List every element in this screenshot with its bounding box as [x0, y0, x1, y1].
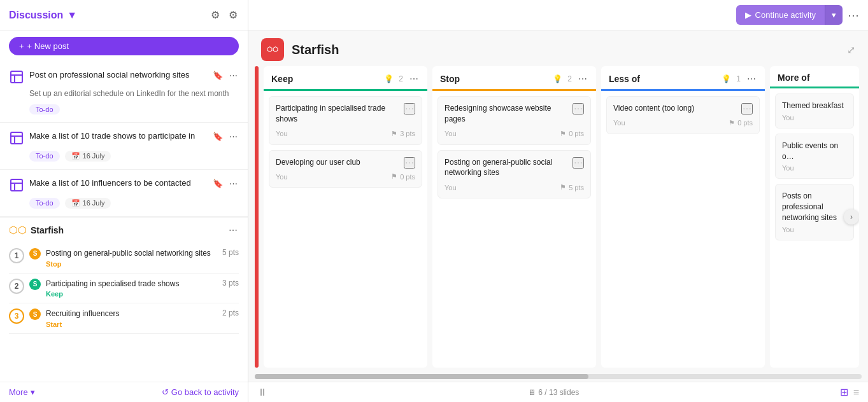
rank-content: Recruiting influencers Start — [46, 308, 217, 328]
tag-todo: To-do — [29, 151, 60, 162]
tag-todo: To-do — [29, 198, 60, 209]
svg-rect-6 — [11, 179, 22, 191]
columns-area: Keep 💡 2 ⋯ Participating in specialised … — [248, 66, 868, 374]
more-button[interactable]: More ▾ — [9, 387, 35, 397]
svg-rect-3 — [11, 132, 22, 144]
card[interactable]: Posting on general-public social network… — [438, 150, 591, 199]
card-author: You — [445, 130, 457, 137]
column-more-icon[interactable]: ⋯ — [577, 73, 588, 85]
card-more-icon[interactable]: ⋯ — [573, 103, 584, 114]
rank-name: Participating in specialised trade shows — [46, 279, 217, 289]
column-keep: Keep 💡 2 ⋯ Participating in specialised … — [264, 66, 427, 368]
chevron-down-icon: ▾ — [832, 10, 836, 20]
starfish-more-icon[interactable]: ⋯ — [227, 224, 239, 237]
card-pts: ⚑ 5 pts — [560, 183, 584, 191]
back-to-activity-button[interactable]: ↺ Go back to activity — [162, 387, 239, 397]
card-more-icon[interactable]: ⋯ — [741, 103, 753, 114]
board-title-row: ⬡⬡ Starfish ⤢ — [248, 31, 868, 66]
discussion-label: Discussion — [9, 10, 63, 21]
column-title: Stop — [440, 74, 460, 84]
date-label: 16 July — [83, 152, 105, 160]
card-title: Posts on professional networking sites — [782, 191, 847, 223]
count: 2 — [567, 74, 572, 83]
card-pts: ⚑ 0 pts — [729, 119, 753, 127]
card-header: Video content (too long) ⋯ — [613, 103, 753, 119]
tag-date: 📅 16 July — [65, 198, 111, 209]
card-title: Posting on general-public social network… — [445, 157, 573, 179]
bookmark-icon[interactable]: 🔖 — [211, 69, 224, 81]
more-icon[interactable]: ⋯ — [228, 177, 239, 190]
date-label: 16 July — [83, 199, 105, 207]
starfish-icon: ⬡⬡ — [9, 224, 27, 236]
dropdown-arrow-icon: ▼ — [67, 10, 77, 21]
lightbulb-icon: 💡 — [384, 74, 394, 83]
expand-icon[interactable]: ⤢ — [847, 44, 855, 56]
column-header-moreof: More of — [770, 66, 859, 88]
card-pts: ⚑ 0 pts — [560, 130, 584, 138]
rank-pts: 2 pts — [222, 308, 239, 317]
new-post-button[interactable]: + + New post — [9, 37, 239, 55]
card-author: You — [782, 226, 847, 233]
bookmark-icon[interactable]: 🔖 — [211, 130, 224, 142]
rank-number: 3 — [9, 308, 24, 324]
flag-icon: ⚑ — [560, 130, 566, 138]
filter-icon[interactable]: ⚙ — [210, 8, 221, 22]
card-author: You — [276, 130, 288, 137]
board-logo: ⬡⬡ — [261, 38, 284, 61]
header-more-button[interactable]: ⋯ — [848, 8, 859, 22]
post-title: Post on professional social networking s… — [29, 69, 206, 81]
card-author: You — [276, 173, 288, 181]
pts-value: 0 pts — [569, 130, 584, 137]
left-panel: Discussion ▼ ⚙ ⚙ + + New post Post on pr… — [0, 0, 248, 402]
rank-item: 1 S Posting on general-public social net… — [9, 243, 239, 274]
card[interactable]: Themed breakfast You — [775, 94, 854, 128]
more-icon[interactable]: ⋯ — [228, 130, 239, 142]
column-title: More of — [778, 73, 810, 83]
continue-activity-button[interactable]: ▶ Continue activity — [736, 5, 825, 25]
rank-label: Keep — [46, 290, 63, 298]
rank-pts: 5 pts — [222, 248, 239, 257]
card-title: Public events on o… — [782, 141, 847, 162]
slides-icon: 🖥 — [528, 388, 536, 397]
card-more-icon[interactable]: ⋯ — [573, 157, 584, 169]
bookmark-icon[interactable]: 🔖 — [211, 177, 224, 190]
starfish-header: ⬡⬡ Starfish ⋯ — [9, 224, 239, 237]
rank-label: Stop — [46, 260, 61, 268]
rank-name: Recruiting influencers — [46, 308, 217, 319]
plus-icon: + — [19, 41, 24, 51]
continue-dropdown-button[interactable]: ▾ — [825, 5, 843, 25]
post-header: Make a list of 10 influencers to be cont… — [9, 177, 239, 193]
card-more-icon[interactable]: ⋯ — [404, 157, 415, 169]
more-icon[interactable]: ⋯ — [228, 69, 239, 81]
card[interactable]: Developing our user club ⋯ You ⚑ 0 pts — [269, 150, 422, 188]
grid-view-button[interactable]: ⊞ — [840, 386, 848, 398]
column-more-icon[interactable]: ⋯ — [408, 73, 420, 85]
card[interactable]: Participating in specialised trade shows… — [269, 96, 422, 145]
starfish-title: Starfish — [31, 225, 224, 235]
more-label: More — [9, 387, 28, 397]
scroll-right-icon[interactable]: › — [844, 209, 859, 225]
column-more-icon[interactable]: ⋯ — [746, 73, 757, 85]
column-header-lessof: Less of 💡 1 ⋯ — [601, 66, 765, 91]
column-title: Less of — [609, 74, 640, 84]
settings-icon[interactable]: ⚙ — [227, 8, 239, 22]
pause-button[interactable]: ⏸ — [257, 387, 267, 398]
board-footer: ⏸ 🖥 6 / 13 slides ⊞ ≡ — [248, 382, 868, 402]
column-meta: 💡 2 ⋯ — [553, 73, 588, 85]
card[interactable]: Redesigning showcase website pages ⋯ You… — [438, 96, 591, 145]
scrollbar[interactable] — [255, 374, 862, 379]
card-footer: You ⚑ 0 pts — [613, 119, 753, 127]
card[interactable]: Public events on o… You — [775, 134, 854, 179]
post-tags: To-do 📅 16 July — [29, 151, 239, 162]
right-panel: ▶ Continue activity ▾ ⋯ ⬡⬡ Starfish ⤢ — [248, 0, 868, 402]
card[interactable]: Posts on professional networking sites Y… — [775, 184, 854, 240]
discussion-title[interactable]: Discussion ▼ — [9, 10, 77, 21]
card-footer: You ⚑ 0 pts — [445, 130, 584, 138]
card[interactable]: Video content (too long) ⋯ You ⚑ 0 pts — [606, 96, 760, 134]
lightbulb-icon: 💡 — [722, 74, 731, 83]
card-pts: ⚑ 0 pts — [391, 172, 415, 181]
card-title: Redesigning showcase website pages — [445, 103, 573, 125]
list-view-button[interactable]: ≡ — [853, 386, 859, 398]
card-header: Redesigning showcase website pages ⋯ — [445, 103, 584, 130]
card-more-icon[interactable]: ⋯ — [404, 103, 415, 114]
